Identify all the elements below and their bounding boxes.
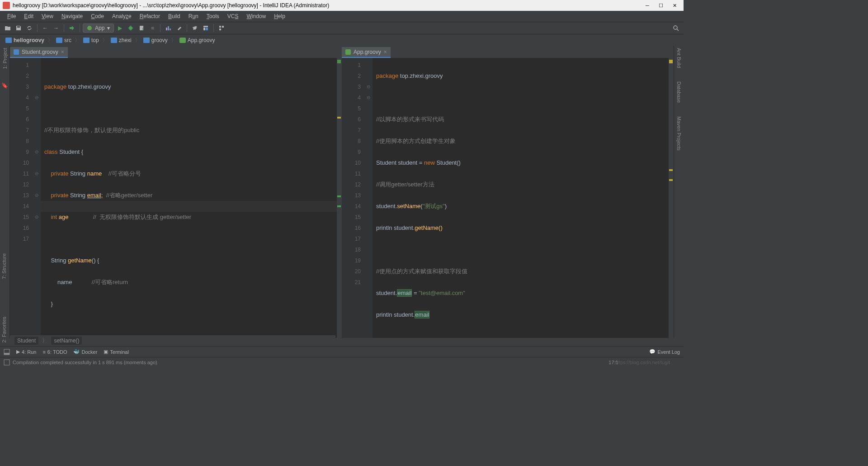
svg-rect-0: [17, 26, 20, 28]
crumb-file[interactable]: App.groovy: [177, 36, 218, 44]
rail-favorites[interactable]: 2: Favorites: [1, 317, 7, 342]
svg-rect-5: [170, 29, 171, 30]
menubar: File Edit View Navigate Code Analyze Ref…: [0, 11, 684, 22]
settings-button[interactable]: [190, 23, 200, 33]
bottom-run[interactable]: ▶ 4: Run: [16, 349, 36, 355]
window-title: hellogroovy [D:\work\workspace\groovy\he…: [13, 2, 329, 9]
stop-button[interactable]: ■: [147, 23, 157, 33]
svg-point-1: [87, 26, 92, 30]
svg-point-2: [129, 26, 132, 30]
left-fold-column[interactable]: ⊖⊖⊖⊖⊖: [33, 58, 41, 338]
right-code-area[interactable]: 123456789101112131415161718192021 ⊖⊖ pac…: [342, 58, 673, 338]
crumb-project[interactable]: hellogroovy: [3, 36, 47, 44]
bottom-docker[interactable]: 🐳 Docker: [73, 349, 97, 355]
event-log-button[interactable]: 💬 Event Log: [649, 349, 680, 355]
rail-maven[interactable]: Maven Projects: [676, 116, 682, 151]
menu-navigate[interactable]: Navigate: [58, 12, 86, 20]
menu-tools[interactable]: Tools: [203, 12, 223, 20]
left-code-text[interactable]: package top.zhexi.groovy //不用权限符修饰，默认使用的…: [41, 58, 337, 338]
maximize-button[interactable]: ☐: [658, 3, 664, 8]
left-tabs: Student.groovy ×: [10, 46, 341, 58]
menu-analyze[interactable]: Analyze: [108, 12, 135, 20]
tab-app[interactable]: App.groovy ×: [342, 47, 391, 58]
right-markers[interactable]: [669, 58, 673, 338]
svg-rect-10: [222, 26, 224, 28]
bottom-tool-bar: ▶ 4: Run ≡ 6: TODO 🐳 Docker ▣ Terminal 💬…: [0, 346, 684, 357]
right-editor: App.groovy × 123456789101112131415161718…: [342, 46, 674, 338]
titlebar: hellogroovy [D:\work\workspace\groovy\he…: [0, 0, 684, 11]
menu-window[interactable]: Window: [243, 12, 269, 20]
minimize-button[interactable]: ─: [645, 3, 650, 8]
svg-rect-6: [203, 26, 208, 27]
close-tab-icon[interactable]: ×: [384, 49, 387, 55]
folder-icon: [5, 38, 12, 43]
left-markers[interactable]: [337, 58, 341, 338]
status-icon: [4, 359, 10, 366]
search-button[interactable]: [671, 23, 681, 33]
nav-breadcrumbs: hellogroovy〉 src〉 top〉 zhexi〉 groovy〉 Ap…: [0, 34, 684, 46]
forward-button[interactable]: →: [51, 23, 61, 33]
attach-button[interactable]: [174, 23, 184, 33]
debug-button[interactable]: [126, 23, 136, 33]
rail-ant[interactable]: Ant Build: [676, 48, 682, 68]
app-icon: [3, 2, 10, 9]
close-button[interactable]: ✕: [672, 3, 677, 8]
tab-student[interactable]: Student.groovy ×: [10, 47, 68, 58]
menu-vcs[interactable]: VCS: [224, 12, 242, 20]
menu-view[interactable]: View: [38, 12, 57, 20]
folder-icon: [83, 38, 90, 43]
right-tool-rail: Ant Build Database Maven Projects: [674, 46, 684, 338]
menu-help[interactable]: Help: [270, 12, 289, 20]
run-config-label: App: [95, 25, 104, 31]
left-code-area[interactable]: 1234567891011121314151617 ⊖⊖⊖⊖⊖ package …: [10, 58, 341, 338]
menu-code[interactable]: Code: [87, 12, 108, 20]
rail-database[interactable]: Database: [676, 81, 682, 103]
crumb-groovy[interactable]: groovy: [141, 36, 170, 44]
bottom-todo[interactable]: ≡ 6: TODO: [42, 349, 67, 355]
folder-icon: [111, 38, 117, 43]
right-gutter: 123456789101112131415161718192021: [342, 58, 364, 338]
back-button[interactable]: ←: [40, 23, 50, 33]
open-button[interactable]: [3, 23, 13, 33]
menu-run[interactable]: Run: [185, 12, 202, 20]
toolbar: ← → App ▾ ▶ ■: [0, 22, 684, 34]
svg-point-12: [674, 26, 677, 29]
class-icon: [14, 49, 19, 55]
run-config-select[interactable]: App ▾: [83, 24, 114, 33]
right-fold-column[interactable]: ⊖⊖: [364, 58, 373, 338]
left-gutter: 1234567891011121314151617: [10, 58, 33, 338]
folder-icon: [143, 38, 150, 43]
right-code-text[interactable]: package top.zhexi.groovy //以脚本的形式来书写代码 /…: [373, 58, 669, 338]
run-button[interactable]: ▶: [115, 23, 125, 33]
bookmark-icon[interactable]: 🔖: [1, 82, 8, 89]
profiler-button[interactable]: [163, 23, 173, 33]
crumb-src[interactable]: src: [53, 36, 74, 44]
right-tabs: App.groovy ×: [342, 46, 673, 58]
project-structure-button[interactable]: [201, 23, 211, 33]
menu-build[interactable]: Build: [165, 12, 184, 20]
svg-rect-3: [166, 28, 167, 30]
crumb-top[interactable]: top: [80, 36, 102, 44]
bottom-terminal[interactable]: ▣ Terminal: [104, 349, 129, 355]
watermark: https://blog.csdn.net/tugit: [615, 360, 670, 365]
coverage-button[interactable]: [137, 23, 146, 33]
menu-file[interactable]: File: [4, 12, 19, 20]
folder-icon: [56, 38, 62, 43]
close-tab-icon[interactable]: ×: [61, 49, 64, 55]
menu-edit[interactable]: Edit: [20, 12, 37, 20]
rail-project[interactable]: 1: Project: [2, 48, 8, 69]
structure-button[interactable]: [217, 23, 226, 33]
make-button[interactable]: [67, 23, 77, 33]
editor-split: Student.groovy × 12345678910111213141516…: [10, 46, 674, 338]
structure-breadcrumb: Student 〉 setName(): [10, 335, 335, 346]
crumb-class[interactable]: Student: [14, 337, 38, 345]
menu-refactor[interactable]: Refactor: [136, 12, 164, 20]
sync-button[interactable]: [24, 23, 34, 33]
crumb-zhexi[interactable]: zhexi: [108, 36, 134, 44]
svg-rect-7: [203, 28, 205, 30]
save-button[interactable]: [14, 23, 24, 33]
crumb-method[interactable]: setName(): [51, 337, 82, 345]
chevron-down-icon: ▾: [107, 25, 110, 31]
rail-structure[interactable]: 7: Structure: [1, 253, 7, 279]
tool-window-icon[interactable]: [4, 349, 10, 355]
